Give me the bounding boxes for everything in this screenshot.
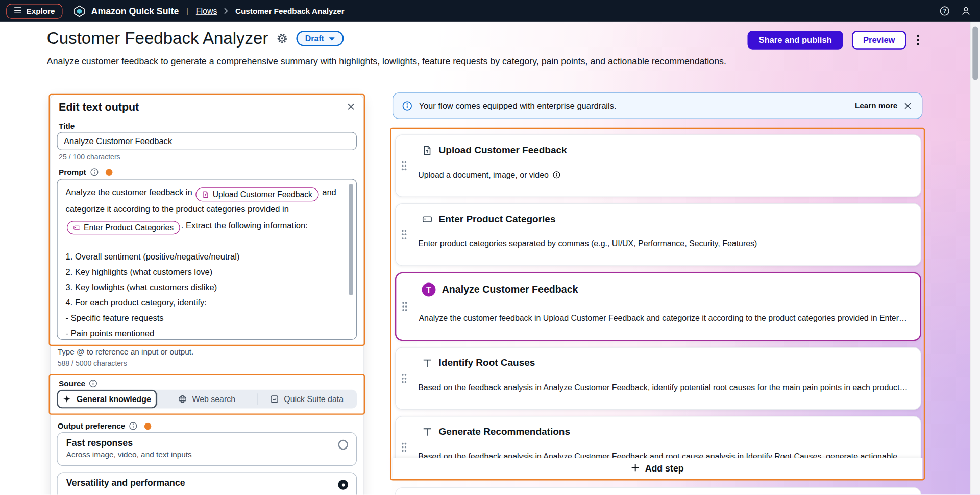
source-segmented-control: General knowledgeWeb searchQuick Suite d… <box>57 390 357 409</box>
page-scrollbar[interactable] <box>970 22 980 495</box>
top-navigation-bar: Explore Amazon Quick Suite | Flows Custo… <box>0 0 980 22</box>
info-icon <box>552 171 560 179</box>
reference-hint: Type @ to reference an input or output. <box>58 348 194 357</box>
scrollbar-thumb[interactable] <box>972 26 978 80</box>
upload-file-icon <box>421 145 432 155</box>
prompt-paragraph: Analyze the customer feedback in Upload … <box>66 184 340 234</box>
flow-steps-list: Upload Customer FeedbackUpload a documen… <box>395 134 921 485</box>
banner-message: Your flow comes equipped with enterprise… <box>419 101 616 110</box>
prompt-editor[interactable]: Analyze the customer feedback in Upload … <box>57 179 357 340</box>
add-step-label: Add step <box>645 463 684 474</box>
drag-handle-icon[interactable] <box>401 441 407 453</box>
guardrails-info-banner: Your flow comes equipped with enterprise… <box>393 92 922 119</box>
step-description-text: Enter product categories separated by co… <box>418 239 757 248</box>
prompt-line: - Pain points mentioned <box>66 326 340 340</box>
prompt-scrollbar-thumb[interactable] <box>349 184 353 295</box>
upload-file-icon <box>202 191 210 198</box>
step-content: Generate RecommendationsBased on the fee… <box>418 426 908 461</box>
explore-label: Explore <box>26 7 55 15</box>
radio-button[interactable] <box>338 480 348 490</box>
breadcrumb-flows-link[interactable]: Flows <box>196 6 217 15</box>
breadcrumb-divider: | <box>186 6 188 15</box>
text-step-filled-icon: T <box>422 282 436 296</box>
prompt-line: - Specific feature requests <box>66 311 340 326</box>
reference-token-upload-customer-feedback[interactable]: Upload Customer Feedback <box>196 187 318 201</box>
step-description: Enter product categories separated by co… <box>418 239 908 248</box>
step-title: Analyze Customer Feedback <box>442 284 578 295</box>
close-icon[interactable] <box>347 103 355 111</box>
option-title: Versatility and performance <box>66 478 329 488</box>
step-title: Enter Product Categories <box>439 214 556 225</box>
data-icon <box>270 395 279 404</box>
title-input[interactable] <box>57 132 357 150</box>
output-option-fast-responses[interactable]: Fast responsesAcross image, video, and t… <box>57 432 357 466</box>
quick-suite-logo-icon <box>73 5 85 17</box>
step-header: Identify Root Causes <box>418 357 908 368</box>
status-dropdown[interactable]: Draft <box>297 31 344 46</box>
prompt-line: 4. For each product category, identify: <box>66 295 340 311</box>
drag-handle-icon[interactable] <box>401 229 407 240</box>
chevron-right-icon <box>224 8 229 14</box>
info-icon <box>402 101 412 111</box>
caret-down-icon <box>328 34 334 43</box>
prompt-line: 2. Key highlights (what customers love) <box>66 265 340 280</box>
user-icon[interactable] <box>961 6 971 16</box>
plus-icon <box>631 463 640 474</box>
flow-step-card-enter-product-categories[interactable]: Enter Product CategoriesEnter product ca… <box>395 203 921 266</box>
help-icon[interactable]: ? <box>939 6 950 16</box>
form-input-icon <box>73 224 81 231</box>
gear-icon[interactable] <box>276 33 288 44</box>
step-description-text: Upload a document, image, or video <box>418 170 549 179</box>
form-input-icon <box>421 214 432 224</box>
close-icon[interactable] <box>904 102 912 110</box>
prompt-field-label: Prompt <box>59 168 86 176</box>
option-title: Fast responses <box>66 438 329 448</box>
kebab-menu-icon[interactable] <box>915 34 921 45</box>
prompt-text: Analyze the customer feedback in <box>66 187 195 197</box>
step-content: TAnalyze Customer FeedbackAnalyze the cu… <box>419 282 908 322</box>
step-title: Upload Customer Feedback <box>439 145 567 156</box>
radio-button[interactable] <box>338 440 348 450</box>
prompt-line: 3. Key lowlights (what customers dislike… <box>66 280 340 295</box>
drag-handle-icon[interactable] <box>401 160 407 171</box>
flow-step-card-identify-root-causes[interactable]: Identify Root CausesBased on the feedbac… <box>395 347 921 410</box>
add-step-button[interactable]: Add step <box>631 463 684 474</box>
step-title: Generate Recommendations <box>439 426 570 437</box>
info-icon[interactable] <box>129 421 138 430</box>
title-char-counter: 25 / 100 characters <box>59 153 120 161</box>
source-label: Source <box>59 379 85 388</box>
status-badge: Draft <box>305 34 324 43</box>
output-option-versatility-and-performance[interactable]: Versatility and performance <box>57 472 357 494</box>
source-tab-quick-suite-data[interactable]: Quick Suite data <box>257 390 357 409</box>
next-step-card-partial[interactable] <box>395 487 921 495</box>
source-tab-general-knowledge[interactable]: General knowledge <box>57 390 157 409</box>
flow-description: Analyze customer feedback to generate a … <box>47 56 822 66</box>
prompt-char-counter: 588 / 5000 characters <box>58 360 127 367</box>
output-preference-label: Output preference <box>58 421 126 430</box>
status-dot-icon <box>106 169 112 175</box>
step-description: Based on the feedback analysis in Analyz… <box>418 383 908 392</box>
drag-handle-icon[interactable] <box>401 373 407 384</box>
explore-button[interactable]: Explore <box>6 4 62 18</box>
source-tab-label: General knowledge <box>77 394 151 404</box>
info-icon[interactable] <box>89 379 97 388</box>
option-subtitle: Across image, video, and text inputs <box>66 451 329 459</box>
preview-button[interactable]: Preview <box>852 31 906 50</box>
flow-step-card-analyze-customer-feedback[interactable]: TAnalyze Customer FeedbackAnalyze the cu… <box>395 272 921 341</box>
step-header: Upload Customer Feedback <box>418 145 908 156</box>
brand-name: Amazon Quick Suite <box>91 6 179 16</box>
share-and-publish-button[interactable]: Share and publish <box>747 31 843 50</box>
step-header: Generate Recommendations <box>418 426 908 437</box>
drag-handle-icon[interactable] <box>401 301 408 312</box>
learn-more-link[interactable]: Learn more <box>855 101 897 110</box>
info-icon[interactable] <box>90 168 99 176</box>
reference-token-enter-product-categories[interactable]: Enter Product Categories <box>67 221 180 234</box>
prompt-line: 1. Overall sentiment (positive/negative/… <box>66 249 340 265</box>
breadcrumb-current-page: Customer Feedback Analyzer <box>235 7 345 15</box>
add-step-bar: Add step <box>393 458 922 479</box>
status-dot-icon <box>144 422 151 429</box>
reference-token-label: Enter Product Categories <box>84 219 174 235</box>
title-field-label: Title <box>59 122 75 131</box>
flow-step-card-upload-customer-feedback[interactable]: Upload Customer FeedbackUpload a documen… <box>395 134 921 197</box>
source-tab-web-search[interactable]: Web search <box>157 390 257 409</box>
